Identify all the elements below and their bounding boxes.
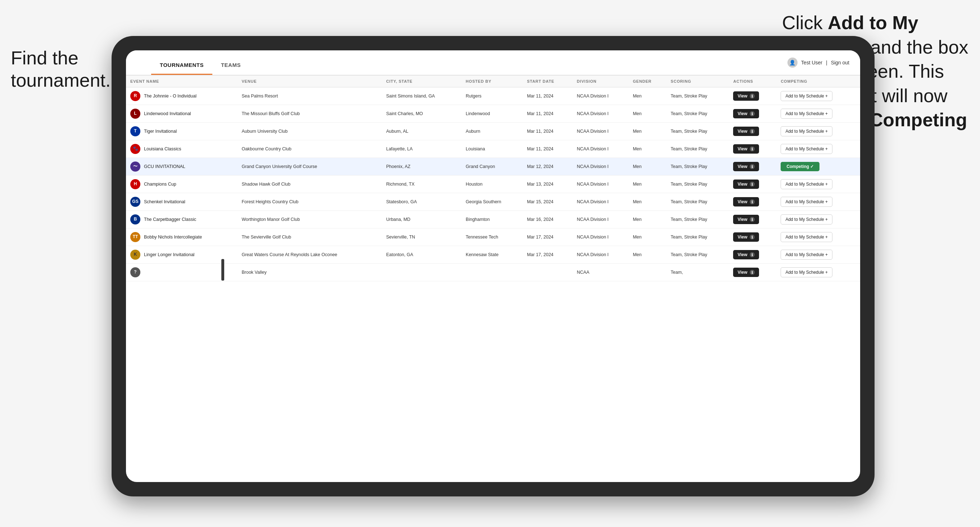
tab-teams[interactable]: TEAMS (212, 56, 250, 75)
add-to-schedule-button[interactable]: Add to My Schedule + (781, 232, 832, 242)
view-button[interactable]: View ℹ (733, 268, 759, 277)
competing-button[interactable]: Competing ✓ (781, 162, 819, 171)
add-to-schedule-button[interactable]: Add to My Schedule + (781, 267, 832, 277)
view-button[interactable]: View ℹ (733, 91, 759, 101)
view-button[interactable]: View ℹ (733, 109, 759, 118)
cell-city-state: Phoenix, AZ (382, 158, 461, 176)
cell-start-date: Mar 15, 2024 (523, 193, 573, 211)
view-info-icon: ℹ (750, 111, 755, 116)
cell-actions: View ℹ (729, 264, 776, 281)
event-name: Lindenwood Invitational (144, 111, 191, 117)
nav-tabs: TOURNAMENTS TEAMS (151, 50, 250, 75)
cell-hosted-by: Georgia Southern (461, 193, 523, 211)
team-logo: T (130, 126, 140, 137)
add-to-schedule-button[interactable]: Add to My Schedule + (781, 91, 832, 101)
event-name: Tiger Invitational (144, 129, 177, 134)
user-icon: 👤 (788, 57, 797, 68)
cell-actions: View ℹ (729, 246, 776, 264)
add-to-schedule-button[interactable]: Add to My Schedule + (781, 214, 832, 224)
col-scoring: SCORING (667, 76, 729, 87)
cell-scoring: Team, (667, 264, 729, 281)
table-row: B The Carpetbagger Classic Worthington M… (126, 211, 860, 229)
cell-gender: Men (628, 246, 666, 264)
add-to-schedule-button[interactable]: Add to My Schedule + (781, 179, 832, 189)
cell-event-name: 🐾 Louisiana Classics (126, 140, 237, 158)
cell-actions: View ℹ (729, 140, 776, 158)
cell-hosted-by: Grand Canyon (461, 158, 523, 176)
view-button[interactable]: View ℹ (733, 179, 759, 189)
event-name: Louisiana Classics (144, 146, 181, 152)
add-to-schedule-button[interactable]: Add to My Schedule + (781, 250, 832, 260)
cell-event-name: H Champions Cup (126, 176, 237, 193)
cell-venue: Shadow Hawk Golf Club (237, 176, 382, 193)
col-actions: ACTIONS (729, 76, 776, 87)
add-to-schedule-button[interactable]: Add to My Schedule + (781, 197, 832, 207)
cell-city-state: Urbana, MD (382, 211, 461, 229)
cell-competing: Add to My Schedule + (776, 105, 860, 123)
cell-division: NCAA Division I (573, 193, 629, 211)
table-row: TT Bobby Nichols Intercollegiate The Sev… (126, 229, 860, 246)
table-row: T Tiger Invitational Auburn University C… (126, 123, 860, 140)
cell-venue: Grand Canyon University Golf Course (237, 158, 382, 176)
cell-gender: Men (628, 193, 666, 211)
team-logo: L (130, 109, 140, 119)
user-name: Test User (801, 60, 822, 65)
cell-gender: Men (628, 105, 666, 123)
cell-event-name: TT Bobby Nichols Intercollegiate (126, 229, 237, 246)
cell-division: NCAA Division I (573, 105, 629, 123)
table-row: ? Brook Valley NCAA Team, View ℹ Add to … (126, 264, 860, 281)
tab-tournaments[interactable]: TOURNAMENTS (151, 56, 212, 75)
cell-gender: Men (628, 87, 666, 105)
table-header-row: EVENT NAME VENUE CITY, STATE HOSTED BY S… (126, 76, 860, 87)
view-button[interactable]: View ℹ (733, 162, 759, 171)
table-row: R The Johnnie - O Individual Sea Palms R… (126, 87, 860, 105)
add-to-schedule-button[interactable]: Add to My Schedule + (781, 126, 832, 137)
team-logo: 〜 (130, 162, 140, 171)
cell-gender: Men (628, 176, 666, 193)
cell-scoring: Team, Stroke Play (667, 158, 729, 176)
view-button[interactable]: View ℹ (733, 127, 759, 136)
cell-competing: Add to My Schedule + (776, 193, 860, 211)
cell-gender: Men (628, 211, 666, 229)
cell-city-state: Richmond, TX (382, 176, 461, 193)
cell-scoring: Team, Stroke Play (667, 140, 729, 158)
cell-division: NCAA Division I (573, 158, 629, 176)
sign-out-link[interactable]: Sign out (831, 60, 850, 65)
cell-actions: View ℹ (729, 211, 776, 229)
cell-hosted-by: Rutgers (461, 87, 523, 105)
cell-start-date: Mar 13, 2024 (523, 176, 573, 193)
view-info-icon: ℹ (750, 94, 755, 98)
view-button[interactable]: View ℹ (733, 250, 759, 259)
cell-venue: Forest Heights Country Club (237, 193, 382, 211)
cell-actions: View ℹ (729, 193, 776, 211)
event-name: Linger Longer Invitational (144, 252, 194, 257)
cell-city-state: Statesboro, GA (382, 193, 461, 211)
col-city-state: CITY, STATE (382, 76, 461, 87)
cell-start-date: Mar 17, 2024 (523, 246, 573, 264)
view-button[interactable]: View ℹ (733, 215, 759, 224)
cell-competing: Add to My Schedule + (776, 140, 860, 158)
cell-scoring: Team, Stroke Play (667, 193, 729, 211)
view-button[interactable]: View ℹ (733, 232, 759, 242)
cell-city-state: Lafayette, LA (382, 140, 461, 158)
cell-city-state: Eatonton, GA (382, 246, 461, 264)
col-competing: COMPETING (776, 76, 860, 87)
cell-scoring: Team, Stroke Play (667, 123, 729, 140)
view-button[interactable]: View ℹ (733, 197, 759, 206)
cell-actions: View ℹ (729, 87, 776, 105)
view-info-icon: ℹ (750, 146, 755, 151)
tablet-side-button (221, 259, 224, 281)
cell-hosted-by: Lindenwood (461, 105, 523, 123)
cell-scoring: Team, Stroke Play (667, 176, 729, 193)
view-button[interactable]: View ℹ (733, 144, 759, 154)
cell-gender: Men (628, 158, 666, 176)
cell-actions: View ℹ (729, 158, 776, 176)
cell-event-name: L Lindenwood Invitational (126, 105, 237, 123)
add-to-schedule-button[interactable]: Add to My Schedule + (781, 109, 832, 119)
cell-city-state: Sevierville, TN (382, 229, 461, 246)
add-to-schedule-button[interactable]: Add to My Schedule + (781, 144, 832, 154)
cell-division: NCAA Division I (573, 176, 629, 193)
cell-competing: Add to My Schedule + (776, 264, 860, 281)
cell-hosted-by: Louisiana (461, 140, 523, 158)
cell-venue: Auburn University Club (237, 123, 382, 140)
